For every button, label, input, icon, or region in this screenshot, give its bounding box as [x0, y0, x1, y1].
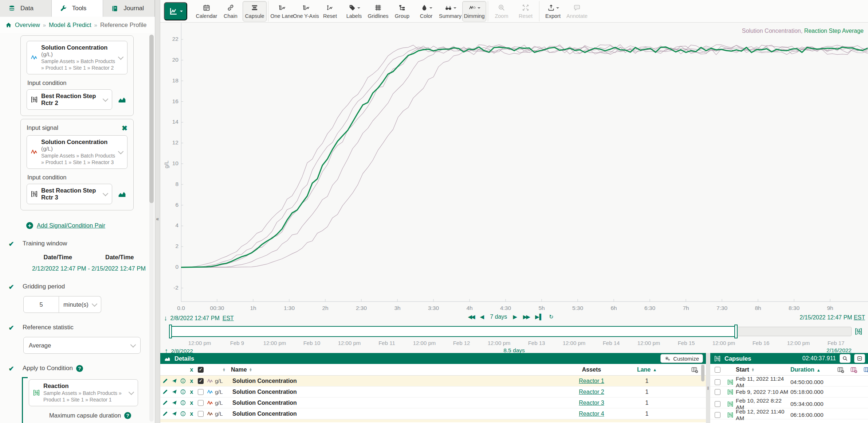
toolbar-labels-button[interactable]: Labels — [342, 1, 366, 22]
capsule-checkbox[interactable] — [715, 412, 720, 418]
zoom-to-capsule-button[interactable] — [840, 354, 851, 363]
toolbar-annotate-button[interactable]: Annotate — [565, 1, 589, 22]
timebar-track[interactable] — [169, 327, 852, 336]
apply-condition-select[interactable]: Reaction Sample Assets » Batch Products … — [29, 379, 138, 406]
refresh-icon[interactable]: ↻ — [549, 314, 554, 320]
assets-column-header[interactable]: Assets — [555, 366, 628, 373]
details-row[interactable]: xg/LSolution ConcentrationReactor 21 — [160, 387, 706, 397]
capsule-checkbox[interactable] — [715, 389, 720, 395]
help-icon[interactable]: ? — [124, 412, 131, 419]
capsule-checkbox[interactable] — [715, 379, 720, 385]
sort-icon[interactable]: ▲▼ — [223, 368, 226, 372]
capsule-row[interactable]: Feb 12, 2022 11:40 AM06:16:00.000 — [710, 408, 868, 419]
input-condition-select-2[interactable]: Best Reaction Step Rctr 3 — [27, 184, 112, 204]
chart-plot-area[interactable] — [181, 23, 868, 302]
tab-tools[interactable]: Tools — [52, 0, 103, 17]
step-back-button[interactable]: ◀ — [480, 314, 484, 320]
legend-reaction-step-average[interactable]: Reaction Step Average — [804, 28, 864, 34]
toolbar-export-button[interactable]: Export — [541, 1, 565, 22]
step-size-label[interactable]: 7 days — [490, 314, 507, 320]
toolbar-calendar-button[interactable]: Calendar — [195, 1, 219, 22]
range-start[interactable]: ↓ 2/8/2022 12:47 PM EST — [164, 314, 234, 322]
asset-link[interactable]: Reactor 2 — [579, 389, 604, 395]
timebar-end-date[interactable]: 2/16/2022 — [826, 347, 852, 354]
select-all-checkbox[interactable] — [198, 367, 204, 373]
capsule-row[interactable]: Feb 10, 2022 8:22 AM05:34:00.000 — [710, 397, 868, 408]
asset-link[interactable]: Reactor 1 — [579, 378, 604, 384]
row-checkbox[interactable] — [198, 378, 204, 384]
home-icon[interactable] — [5, 22, 12, 28]
capsule-icon[interactable] — [855, 327, 863, 335]
step-back-fast-button[interactable]: ◀◀ — [468, 314, 474, 320]
name-column-header[interactable]: Name▲▼ — [231, 366, 555, 373]
input-signal-select-1[interactable]: Solution Concentration (g/L) Sample Asse… — [27, 41, 127, 74]
timebar-right-handle[interactable] — [734, 325, 738, 338]
step-to-end-button[interactable]: ▶▌ — [535, 314, 543, 320]
timebar-left-handle[interactable] — [169, 325, 172, 338]
details-scrollbar[interactable] — [701, 364, 705, 375]
area-chart-icon[interactable] — [117, 95, 127, 104]
capsule-row[interactable]: Feb 11, 2022 11:24 AM04:50:00.000 — [710, 376, 868, 387]
add-signal-condition-pair-link[interactable]: + Add Signal/Condition Pair — [26, 222, 145, 229]
toolbar-group-button[interactable]: Group — [390, 1, 414, 22]
remove-icon[interactable]: x — [187, 389, 196, 395]
row-checkbox[interactable] — [198, 400, 204, 406]
remove-all-column-header[interactable]: x — [187, 366, 196, 373]
timebar-start-date[interactable]: ↑ 2/8/2022 — [165, 347, 193, 355]
capsule-checkbox[interactable] — [715, 401, 720, 407]
toolbar-summary-button[interactable]: Summary — [438, 1, 462, 22]
toolbar-zoom-button[interactable]: Zoom — [490, 1, 514, 22]
row-checkbox[interactable] — [198, 389, 204, 395]
legend-solution-concentration[interactable]: Solution Concentration — [742, 28, 801, 34]
toolbar-chain-button[interactable]: Chain — [219, 1, 243, 22]
sort-icon[interactable]: ▲▼ — [751, 368, 754, 372]
toolbar-capsule-button[interactable]: Capsule — [243, 1, 267, 22]
timebar-selected-range[interactable] — [169, 326, 737, 337]
start-column-header[interactable]: Start▲▼ — [736, 366, 790, 373]
toolbar-color-button[interactable]: Color — [414, 1, 438, 22]
remove-icon[interactable]: x — [187, 400, 196, 406]
area-chart-icon[interactable] — [117, 189, 127, 199]
asset-link[interactable]: Reactor 3 — [579, 400, 604, 406]
tab-data[interactable]: Data — [0, 0, 52, 17]
remove-icon[interactable]: x — [187, 411, 196, 417]
collapse-panel-button[interactable] — [854, 354, 865, 363]
input-condition-select-1[interactable]: Best Reaction Step Rctr 2 — [27, 89, 112, 110]
lane-column-header[interactable]: Lane▲ — [628, 366, 666, 373]
range-end[interactable]: 2/15/2022 12:47 PM EST — [800, 314, 865, 321]
tab-journal[interactable]: Journal — [103, 0, 155, 17]
remove-pair-icon[interactable]: ✖ — [122, 125, 127, 132]
details-row[interactable]: xg/LSolution ConcentrationReactor 11 — [160, 376, 706, 387]
collapse-sidebar-handle[interactable]: « — [155, 0, 160, 423]
customize-button[interactable]: Customize — [660, 354, 703, 363]
timezone-link[interactable]: EST — [223, 315, 234, 322]
step-forward-fast-button[interactable]: ▶▶ — [523, 314, 529, 320]
duration-column-header[interactable]: Duration▲ — [790, 366, 835, 373]
training-window-range[interactable]: 2/12/2022 12:47 PM - 2/15/2022 12:47 PM — [32, 265, 145, 272]
remove-icon[interactable]: x — [187, 378, 196, 384]
input-signal-select-2[interactable]: Solution Concentration (g/L) Sample Asse… — [27, 135, 127, 169]
toolbar-reset-button[interactable]: Reset — [514, 1, 538, 22]
toolbar-one-lane-button[interactable]: One Lane — [270, 1, 294, 22]
details-row[interactable]: xg/LSolution ConcentrationReactor 31 — [160, 397, 706, 408]
details-row[interactable]: xg/LSolution ConcentrationReactor 41 — [160, 408, 706, 419]
asset-link[interactable]: Reactor 4 — [579, 411, 604, 417]
breadcrumb-overview[interactable]: Overview — [15, 22, 40, 28]
gridding-unit-select[interactable]: minute(s) — [59, 296, 101, 313]
reference-statistic-select[interactable]: Average — [23, 337, 141, 354]
toolbar-dimming-button[interactable]: Dimming — [462, 1, 486, 22]
breadcrumb-model-predict[interactable]: Model & Predict — [49, 22, 91, 28]
timezone-link[interactable]: EST — [854, 314, 865, 321]
gridding-value-input[interactable]: 5 — [23, 296, 59, 313]
step-forward-button[interactable]: ▶ — [513, 314, 517, 320]
trend-view-button[interactable] — [164, 2, 187, 20]
select-all-capsules-checkbox[interactable] — [715, 367, 720, 373]
toolbar-reset-button[interactable]: Reset — [318, 1, 342, 22]
toolbar-one-y-axis-button[interactable]: One Y-Axis — [294, 1, 318, 22]
sidebar-scrollbar[interactable] — [149, 35, 154, 422]
sort-icon[interactable]: ▲▼ — [249, 368, 252, 372]
row-checkbox[interactable] — [198, 411, 204, 417]
toolbar-gridlines-button[interactable]: Gridlines — [366, 1, 390, 22]
panel-resize-handle[interactable]: ‖ — [706, 353, 710, 423]
help-icon[interactable]: ? — [76, 365, 83, 372]
